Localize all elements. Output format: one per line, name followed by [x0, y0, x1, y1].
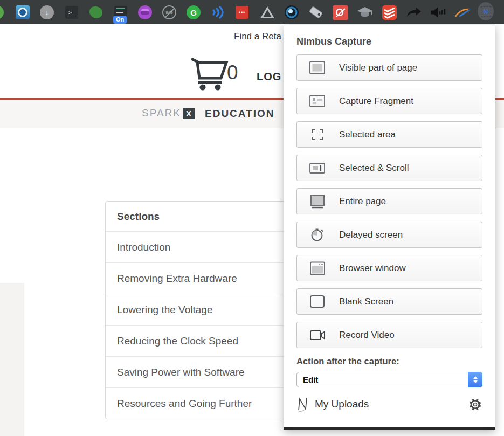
action-select[interactable]: Edit	[296, 372, 482, 387]
screenshot-app-icon[interactable]	[15, 4, 31, 20]
cart-count: 0	[227, 61, 238, 84]
popup-title: Nimbus Capture	[296, 36, 482, 47]
entire-page-icon	[308, 194, 326, 209]
browser-window-button[interactable]: Browser window	[296, 255, 482, 281]
selected-area-button[interactable]: Selected area	[296, 121, 482, 148]
spark-x-box: X	[183, 108, 195, 119]
nimbus-n-icon	[296, 396, 309, 412]
nimbus-icon[interactable]: N	[478, 3, 494, 19]
download-icon[interactable]: ↓	[39, 4, 55, 20]
partial-app-icon[interactable]	[0, 4, 5, 20]
entire-page-button[interactable]: Entire page	[296, 188, 482, 214]
find-retailer-link[interactable]: Find a Reta	[234, 31, 281, 42]
blank-screen-icon	[308, 294, 326, 309]
nav-item-education[interactable]: EDUCATION	[205, 108, 275, 120]
record-video-button[interactable]: Record Video	[296, 322, 482, 348]
on-badge: On	[113, 16, 127, 24]
todo-checklist-icon[interactable]	[381, 4, 397, 20]
record-video-icon	[308, 328, 326, 343]
volume-icon[interactable]	[430, 4, 446, 20]
nimbus-capture-popup: Nimbus Capture Visible part of page Capt…	[284, 25, 495, 430]
selected-scroll-icon	[308, 161, 326, 176]
grammarly-icon[interactable]: G	[185, 4, 202, 20]
blank-screen-button[interactable]: Blank Screen	[296, 288, 482, 315]
delayed-screen-button[interactable]: Delayed screen	[296, 222, 482, 248]
qf-icon[interactable]	[332, 4, 348, 20]
my-uploads-link[interactable]: My Uploads	[315, 398, 369, 410]
selected-area-icon	[308, 127, 326, 142]
capture-fragment-icon	[308, 94, 326, 109]
password-dots-icon[interactable]: •••	[234, 4, 250, 20]
page-left-image	[0, 283, 24, 436]
action-after-capture-label: Action after the capture:	[296, 356, 482, 366]
settings-gear-icon[interactable]	[468, 397, 482, 412]
visible-part-button[interactable]: Visible part of page	[296, 54, 482, 81]
delayed-screen-icon	[308, 227, 326, 243]
selected-scroll-button[interactable]: Selected & Scroll	[296, 155, 482, 181]
tag-icon[interactable]	[308, 4, 324, 20]
feather-icon[interactable]	[454, 4, 471, 20]
browser-window-icon	[308, 261, 326, 276]
cart-icon[interactable]	[190, 56, 229, 91]
visible-part-icon	[308, 60, 326, 75]
share-arrow-icon[interactable]	[406, 4, 422, 20]
login-link[interactable]: LOG	[257, 71, 281, 83]
leaf-icon[interactable]	[88, 4, 104, 20]
drive-icon[interactable]	[259, 4, 275, 20]
capture-fragment-button[interactable]: Capture Fragment	[296, 88, 482, 114]
wave-signal-icon[interactable]	[210, 4, 226, 20]
select-stepper-icon	[468, 372, 482, 387]
action-select-value: Edit	[303, 375, 318, 384]
sidebar-on-icon[interactable]: On	[113, 4, 129, 20]
eye-icon[interactable]	[284, 4, 300, 20]
image-blocker-icon[interactable]: IMG	[161, 4, 177, 20]
robot-icon[interactable]	[137, 4, 153, 20]
spark-logo[interactable]: SPARK X	[142, 107, 195, 119]
terminal-icon[interactable]: >_	[64, 4, 80, 20]
education-cap-icon[interactable]	[357, 4, 373, 20]
extension-toolbar: ↓ >_ On IMG G ••• N	[0, 0, 504, 24]
